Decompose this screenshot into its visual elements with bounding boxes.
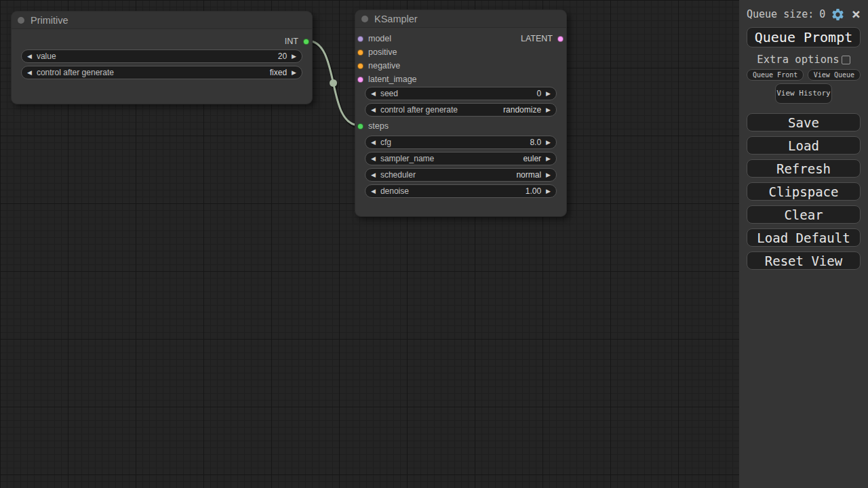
decrement-arrow-icon[interactable]: ◀ [371,188,376,195]
decrement-arrow-icon[interactable]: ◀ [27,70,32,76]
input-row-latent-image: latent_image [357,74,417,85]
increment-arrow-icon[interactable]: ▶ [292,54,296,60]
output-port-int[interactable] [303,39,309,45]
widget-sampler-name[interactable]: ◀ sampler_name euler ▶ [365,152,557,165]
load-default-button[interactable]: Load Default [747,228,861,247]
widget-label: value [37,52,278,61]
node-collapse-dot[interactable] [18,17,24,24]
decrement-arrow-icon[interactable]: ◀ [27,54,32,60]
widget-value[interactable]: ◀ value 20 ▶ [21,49,302,63]
refresh-button[interactable]: Refresh [747,159,861,178]
widget-seed[interactable]: ◀ seed 0 ▶ [365,87,557,100]
widget-denoise[interactable]: ◀ denoise 1.00 ▶ [365,184,557,198]
decrement-arrow-icon[interactable]: ◀ [371,172,376,178]
input-row-steps: steps [357,121,389,131]
output-label: INT [285,37,298,46]
queue-size-row: Queue size: 0 × [747,7,861,22]
input-label: negative [368,61,400,70]
node-title: Primitive [31,15,68,26]
widget-label: seed [380,89,536,98]
widget-control-after-generate[interactable]: ◀ control after generate randomize ▶ [365,103,557,117]
widget-label: cfg [380,138,530,147]
node-primitive-titlebar[interactable]: Primitive [12,12,312,29]
queue-size-value: 0 [819,8,825,20]
graph-canvas[interactable]: Primitive INT ◀ value 20 ▶ ◀ control aft… [0,0,739,488]
input-row-model: model [357,33,391,44]
input-label: model [368,34,391,43]
close-icon[interactable]: × [852,7,861,21]
link-midpoint-shadow [331,81,338,89]
input-label: steps [368,121,389,131]
link-midpoint-dot[interactable] [330,79,337,87]
extra-options-label: Extra options [757,54,839,66]
increment-arrow-icon[interactable]: ▶ [546,156,551,162]
reset-view-button[interactable]: Reset View [747,251,861,270]
queue-size-label: Queue size: [747,8,814,20]
link-int-to-steps[interactable] [307,41,359,125]
queue-menu-panel: Queue size: 0 × Queue Prompt Extra optio… [739,0,868,488]
input-label: latent_image [368,75,417,84]
node-collapse-dot[interactable] [361,16,368,22]
action-buttons: Save Load Refresh Clipspace Clear Load D… [747,113,861,270]
node-ksampler[interactable]: KSampler model positive negative latent_… [355,9,567,217]
input-port-steps[interactable] [357,123,363,129]
input-port-negative[interactable] [357,63,363,69]
queue-front-button[interactable]: Queue Front [747,69,804,81]
widget-value-text: 8.0 [530,138,541,147]
input-label: positive [368,47,397,57]
widget-label: scheduler [380,170,516,180]
output-label: LATENT [521,34,553,43]
widget-value-text: 20 [278,52,287,61]
increment-arrow-icon[interactable]: ▶ [546,172,551,178]
decrement-arrow-icon[interactable]: ◀ [371,91,376,97]
widget-value-text: 1.00 [526,186,541,196]
increment-arrow-icon[interactable]: ▶ [546,107,551,113]
input-row-positive: positive [357,47,397,58]
output-port-latent[interactable] [557,36,564,42]
link-shadow [309,43,361,127]
widget-label: control after generate [380,105,503,115]
node-title: KSampler [374,14,418,24]
widget-label: denoise [380,186,526,196]
extra-options-checkbox[interactable] [842,56,850,64]
increment-arrow-icon[interactable]: ▶ [546,91,551,97]
widget-value-text: 0 [536,89,541,98]
widget-value-text: fixed [270,68,287,77]
widget-label: control after generate [37,68,270,77]
input-port-model[interactable] [357,36,363,42]
input-row-negative: negative [357,60,400,71]
widget-label: sampler_name [380,154,523,163]
widget-cfg[interactable]: ◀ cfg 8.0 ▶ [365,136,557,149]
widget-control-after-generate[interactable]: ◀ control after generate fixed ▶ [21,66,302,79]
queue-prompt-button[interactable]: Queue Prompt [747,27,861,47]
increment-arrow-icon[interactable]: ▶ [546,188,551,195]
node-primitive[interactable]: Primitive INT ◀ value 20 ▶ ◀ control aft… [11,11,313,104]
widget-value-text: normal [516,170,541,180]
input-port-latent-image[interactable] [357,77,363,83]
extra-options-row: Extra options [747,54,861,66]
clear-button[interactable]: Clear [747,205,861,224]
node-ksampler-titlebar[interactable]: KSampler [355,10,566,28]
widget-value-text: euler [523,154,541,163]
output-row-latent: LATENT [521,33,564,44]
load-button[interactable]: Load [747,136,861,155]
queue-controls-row: Queue Front View Queue [747,69,861,81]
clipspace-button[interactable]: Clipspace [747,182,861,201]
widget-value-text: randomize [503,105,541,115]
decrement-arrow-icon[interactable]: ◀ [371,107,376,113]
input-port-positive[interactable] [357,49,363,56]
settings-gear-icon[interactable] [831,7,845,22]
widget-scheduler[interactable]: ◀ scheduler normal ▶ [365,168,557,182]
increment-arrow-icon[interactable]: ▶ [292,70,296,76]
view-history-button[interactable]: View History [775,83,832,104]
decrement-arrow-icon[interactable]: ◀ [371,156,376,162]
decrement-arrow-icon[interactable]: ◀ [371,140,376,146]
increment-arrow-icon[interactable]: ▶ [546,140,551,146]
view-queue-button[interactable]: View Queue [808,69,861,81]
output-row-int: INT [285,36,309,47]
save-button[interactable]: Save [747,113,861,131]
